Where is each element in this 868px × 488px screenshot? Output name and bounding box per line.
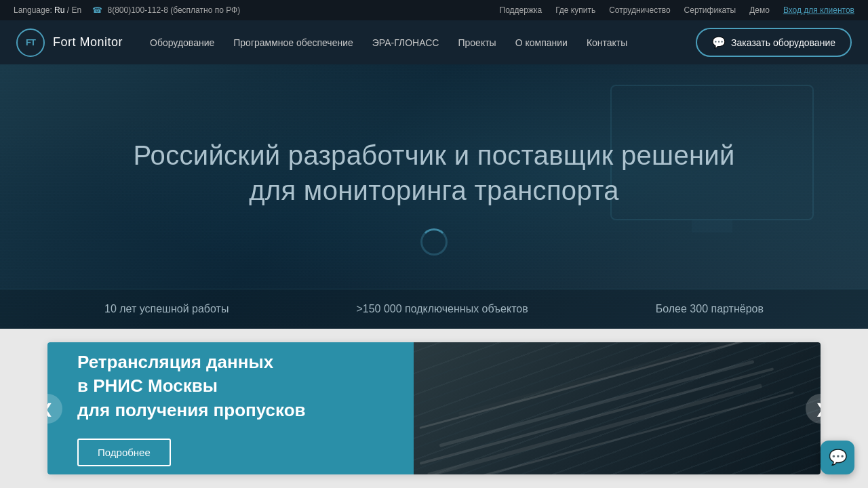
top-bar-left: Language: Ru / En ☎ 8(800)100-112-8 (бес… (14, 5, 240, 15)
logo[interactable]: FT Fort Monitor (16, 28, 123, 57)
cooperation-link[interactable]: Сотрудничество (609, 5, 670, 15)
where-to-buy-link[interactable]: Где купить (555, 5, 595, 15)
lang-en-link[interactable]: En (71, 5, 81, 15)
car-lines-decoration (414, 342, 821, 474)
nav-projects[interactable]: Проекты (458, 37, 496, 48)
card-section: ❮ Ретрансляция данных в РНИС Москвы для … (0, 329, 868, 488)
logo-text: Fort Monitor (53, 35, 123, 49)
nav-era-glonass[interactable]: ЭРА-ГЛОНАСС (372, 37, 439, 48)
hero-title: Российский разработчик и поставщик решен… (133, 138, 734, 208)
logo-icon: FT (16, 28, 45, 57)
phone-number: ☎ 8(800)100-112-8 (бесплатно по РФ) (92, 5, 240, 15)
order-equipment-button[interactable]: 💬 Заказать оборудование (696, 28, 852, 57)
stat-partners: Более 300 партнёров (656, 303, 764, 315)
phone-icon: ☎ (92, 5, 102, 15)
order-chat-icon: 💬 (712, 36, 726, 49)
nav-about[interactable]: О компании (515, 37, 568, 48)
support-link[interactable]: Поддержка (500, 5, 542, 15)
loading-spinner (420, 228, 448, 256)
login-link[interactable]: Вход для клиентов (783, 5, 854, 15)
card-inner: ❮ Ретрансляция данных в РНИС Москвы для … (47, 342, 821, 474)
card-right-image (414, 342, 821, 474)
card-left-panel: Ретрансляция данных в РНИС Москвы для по… (47, 342, 414, 474)
top-bar: Language: Ru / En ☎ 8(800)100-112-8 (бес… (0, 0, 868, 20)
nav-contacts[interactable]: Контакты (587, 37, 627, 48)
stat-years: 10 лет успешной работы (104, 303, 229, 315)
hero-section: Российский разработчик и поставщик решен… (0, 64, 868, 329)
navbar: FT Fort Monitor Оборудование Программное… (0, 20, 868, 64)
top-bar-right: Поддержка Где купить Сотрудничество Серт… (500, 5, 854, 15)
lang-ru-link[interactable]: Ru (54, 5, 64, 15)
demo-link[interactable]: Демо (749, 5, 770, 15)
certificates-link[interactable]: Сертификаты (684, 5, 736, 15)
nav-software[interactable]: Программное обеспечение (233, 37, 353, 48)
card-details-button[interactable]: Подробнее (77, 439, 171, 466)
language-label: Language: Ru / En (14, 5, 81, 15)
stat-objects: >150 000 подключенных объектов (356, 303, 528, 315)
chat-widget[interactable]: 💬 (821, 441, 854, 474)
hero-stats: 10 лет успешной работы >150 000 подключе… (0, 289, 868, 329)
nav-links: Оборудование Программное обеспечение ЭРА… (150, 37, 696, 48)
chat-widget-icon: 💬 (829, 449, 847, 466)
hero-content: Российский разработчик и поставщик решен… (106, 138, 762, 256)
nav-equipment[interactable]: Оборудование (150, 37, 214, 48)
card-title: Ретрансляция данных в РНИС Москвы для по… (77, 350, 384, 422)
